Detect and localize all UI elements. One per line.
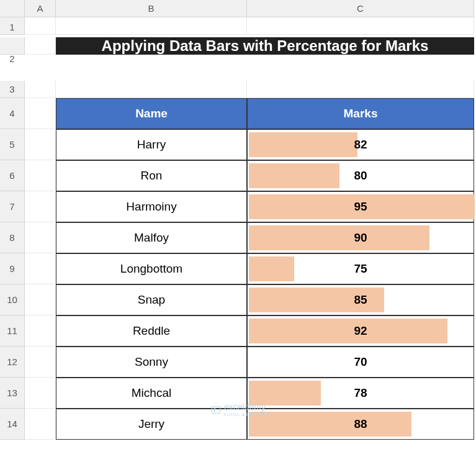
cell-a7[interactable]	[25, 191, 56, 222]
marks-value-7: 70	[248, 347, 474, 377]
marks-value-2: 95	[248, 192, 474, 222]
title-cell[interactable]: Applying Data Bars with Percentage for M…	[56, 37, 474, 55]
name-cell-7[interactable]: Sonny	[56, 347, 247, 378]
cell-a8[interactable]	[25, 222, 56, 253]
name-cell-1[interactable]: Ron	[56, 160, 247, 191]
spreadsheet-grid: A B C	[0, 0, 476, 17]
marks-cell-4[interactable]: 75	[247, 253, 474, 284]
watermark: exceldemy EXCEL & DATA HUB	[211, 402, 271, 417]
marks-value-5: 85	[248, 285, 474, 315]
col-header-b[interactable]: B	[56, 0, 247, 17]
marks-cell-1[interactable]: 80	[247, 160, 474, 191]
name-cell-4[interactable]: Longbottom	[56, 253, 247, 284]
marks-cell-8[interactable]: 78	[247, 378, 474, 409]
marks-value-3: 90	[248, 223, 474, 253]
cell-a4[interactable]	[25, 98, 56, 129]
cell-a10[interactable]	[25, 284, 56, 315]
header-marks[interactable]: Marks	[247, 98, 474, 129]
name-cell-5[interactable]: Snap	[56, 284, 247, 315]
row-header-10[interactable]: 10	[0, 284, 25, 315]
row-header-8[interactable]: 8	[0, 222, 25, 253]
name-cell-2[interactable]: Harmoiny	[56, 191, 247, 222]
marks-cell-5[interactable]: 85	[247, 284, 474, 315]
row-header-9[interactable]: 9	[0, 253, 25, 284]
name-cell-0[interactable]: Harry	[56, 129, 247, 160]
row-header-3[interactable]: 3	[0, 81, 25, 98]
cell-b3[interactable]	[56, 81, 247, 98]
excel-icon	[211, 405, 221, 415]
marks-value-6: 92	[248, 316, 474, 346]
row-header-12[interactable]: 12	[0, 347, 25, 378]
cell-c1[interactable]	[247, 17, 474, 35]
marks-value-1: 80	[248, 161, 474, 191]
cell-a6[interactable]	[25, 160, 56, 191]
marks-cell-6[interactable]: 92	[247, 315, 474, 347]
row-header-1[interactable]: 1	[0, 17, 25, 35]
col-header-c[interactable]: C	[247, 0, 474, 17]
cell-a14[interactable]	[25, 409, 56, 440]
cell-b1[interactable]	[56, 17, 247, 35]
watermark-brand: exceldemy	[224, 402, 266, 412]
marks-cell-2[interactable]: 95	[247, 191, 474, 222]
cell-a2[interactable]	[25, 37, 56, 55]
marks-value-9: 88	[248, 409, 474, 439]
name-cell-6[interactable]: Reddle	[56, 315, 247, 347]
col-header-a[interactable]: A	[25, 0, 56, 17]
select-all-corner[interactable]	[0, 0, 25, 17]
cell-a12[interactable]	[25, 347, 56, 378]
header-name[interactable]: Name	[56, 98, 247, 129]
row-header-13[interactable]: 13	[0, 378, 25, 409]
cell-a3[interactable]	[25, 81, 56, 98]
row-header-2[interactable]: 2	[0, 37, 25, 55]
row-header-14[interactable]: 14	[0, 409, 25, 440]
svg-rect-0	[212, 406, 220, 413]
marks-cell-0[interactable]: 82	[247, 129, 474, 160]
marks-cell-9[interactable]: 88	[247, 409, 474, 440]
marks-cell-7[interactable]: 70	[247, 347, 474, 378]
cell-c3[interactable]	[247, 81, 474, 98]
row-header-4[interactable]: 4	[0, 98, 25, 129]
marks-cell-3[interactable]: 90	[247, 222, 474, 253]
cell-a11[interactable]	[25, 315, 56, 347]
cell-a1[interactable]	[25, 17, 56, 35]
name-cell-3[interactable]: Malfoy	[56, 222, 247, 253]
watermark-tagline: EXCEL & DATA HUB	[224, 412, 271, 417]
row-header-11[interactable]: 11	[0, 315, 25, 347]
row-header-7[interactable]: 7	[0, 191, 25, 222]
marks-value-4: 75	[248, 254, 474, 284]
marks-value-8: 78	[248, 378, 474, 408]
cell-a9[interactable]	[25, 253, 56, 284]
row-header-5[interactable]: 5	[0, 129, 25, 160]
marks-value-0: 82	[248, 130, 474, 160]
cell-a13[interactable]	[25, 378, 56, 409]
row-header-6[interactable]: 6	[0, 160, 25, 191]
cell-a5[interactable]	[25, 129, 56, 160]
